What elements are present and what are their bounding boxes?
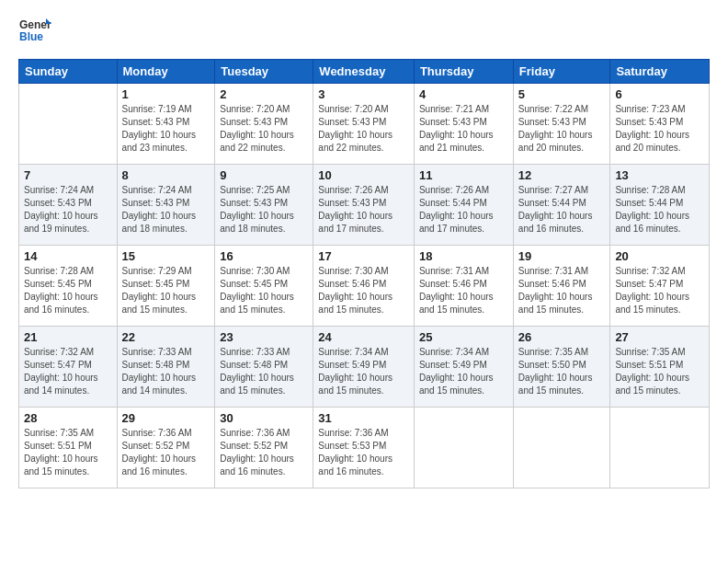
calendar-cell: 6Sunrise: 7:23 AM Sunset: 5:43 PM Daylig…: [610, 84, 710, 165]
day-info: Sunrise: 7:28 AM Sunset: 5:45 PM Dayligh…: [24, 265, 112, 316]
calendar-cell: 5Sunrise: 7:22 AM Sunset: 5:43 PM Daylig…: [513, 84, 610, 165]
day-number: 25: [419, 330, 508, 344]
calendar-cell: 26Sunrise: 7:35 AM Sunset: 5:50 PM Dayli…: [513, 327, 610, 408]
day-info: Sunrise: 7:25 AM Sunset: 5:43 PM Dayligh…: [220, 184, 308, 236]
day-info: Sunrise: 7:35 AM Sunset: 5:51 PM Dayligh…: [615, 346, 704, 397]
calendar-cell: 22Sunrise: 7:33 AM Sunset: 5:48 PM Dayli…: [117, 327, 215, 408]
day-number: 9: [220, 168, 308, 182]
page: General Blue SundayMondayTuesdayWednesda…: [0, 0, 728, 563]
calendar-cell: 14Sunrise: 7:28 AM Sunset: 5:45 PM Dayli…: [19, 246, 118, 327]
day-info: Sunrise: 7:19 AM Sunset: 5:43 PM Dayligh…: [122, 103, 210, 155]
day-info: Sunrise: 7:20 AM Sunset: 5:43 PM Dayligh…: [318, 103, 409, 155]
day-info: Sunrise: 7:20 AM Sunset: 5:43 PM Dayligh…: [220, 103, 308, 155]
week-row-4: 28Sunrise: 7:35 AM Sunset: 5:51 PM Dayli…: [19, 408, 710, 488]
weekday-header-tuesday: Tuesday: [215, 60, 313, 84]
calendar-cell: 24Sunrise: 7:34 AM Sunset: 5:49 PM Dayli…: [313, 327, 415, 408]
day-info: Sunrise: 7:35 AM Sunset: 5:51 PM Dayligh…: [24, 427, 112, 478]
day-info: Sunrise: 7:26 AM Sunset: 5:43 PM Dayligh…: [318, 184, 409, 236]
day-number: 15: [122, 249, 210, 263]
day-info: Sunrise: 7:34 AM Sunset: 5:49 PM Dayligh…: [419, 346, 508, 397]
day-number: 10: [318, 168, 409, 182]
calendar-cell: 13Sunrise: 7:28 AM Sunset: 5:44 PM Dayli…: [610, 165, 710, 246]
weekday-header-thursday: Thursday: [414, 60, 513, 84]
day-number: 13: [615, 168, 704, 182]
calendar-cell: 2Sunrise: 7:20 AM Sunset: 5:43 PM Daylig…: [215, 84, 313, 165]
weekday-header-sunday: Sunday: [19, 60, 118, 84]
day-number: 8: [122, 168, 210, 182]
calendar-cell: 20Sunrise: 7:32 AM Sunset: 5:47 PM Dayli…: [610, 246, 710, 327]
calendar-cell: 7Sunrise: 7:24 AM Sunset: 5:43 PM Daylig…: [19, 165, 118, 246]
day-number: 18: [419, 249, 508, 263]
weekday-header-saturday: Saturday: [610, 60, 710, 84]
day-info: Sunrise: 7:36 AM Sunset: 5:52 PM Dayligh…: [220, 427, 308, 478]
day-info: Sunrise: 7:26 AM Sunset: 5:44 PM Dayligh…: [419, 184, 508, 236]
calendar-cell: 15Sunrise: 7:29 AM Sunset: 5:45 PM Dayli…: [117, 246, 215, 327]
day-info: Sunrise: 7:24 AM Sunset: 5:43 PM Dayligh…: [122, 184, 210, 236]
day-info: Sunrise: 7:35 AM Sunset: 5:50 PM Dayligh…: [518, 346, 606, 397]
day-number: 26: [518, 330, 606, 344]
day-number: 14: [24, 249, 112, 263]
calendar-cell: [610, 408, 710, 488]
weekday-header-friday: Friday: [513, 60, 610, 84]
day-info: Sunrise: 7:23 AM Sunset: 5:43 PM Dayligh…: [615, 103, 704, 155]
calendar-cell: 1Sunrise: 7:19 AM Sunset: 5:43 PM Daylig…: [117, 84, 215, 165]
weekday-header-monday: Monday: [117, 60, 215, 84]
day-number: 5: [518, 87, 606, 101]
day-info: Sunrise: 7:32 AM Sunset: 5:47 PM Dayligh…: [615, 265, 704, 316]
day-number: 24: [318, 330, 409, 344]
weekday-header-wednesday: Wednesday: [313, 60, 415, 84]
day-info: Sunrise: 7:28 AM Sunset: 5:44 PM Dayligh…: [615, 184, 704, 236]
day-info: Sunrise: 7:36 AM Sunset: 5:53 PM Dayligh…: [318, 427, 409, 478]
logo: General Blue: [18, 15, 55, 48]
day-info: Sunrise: 7:30 AM Sunset: 5:45 PM Dayligh…: [220, 265, 308, 316]
calendar-cell: 12Sunrise: 7:27 AM Sunset: 5:44 PM Dayli…: [513, 165, 610, 246]
svg-text:Blue: Blue: [19, 30, 43, 43]
week-row-1: 7Sunrise: 7:24 AM Sunset: 5:43 PM Daylig…: [19, 165, 710, 246]
calendar-cell: 16Sunrise: 7:30 AM Sunset: 5:45 PM Dayli…: [215, 246, 313, 327]
day-number: 6: [615, 87, 704, 101]
day-number: 2: [220, 87, 308, 101]
header: General Blue: [18, 15, 710, 48]
day-info: Sunrise: 7:22 AM Sunset: 5:43 PM Dayligh…: [518, 103, 606, 155]
calendar-cell: 29Sunrise: 7:36 AM Sunset: 5:52 PM Dayli…: [117, 408, 215, 488]
day-info: Sunrise: 7:30 AM Sunset: 5:46 PM Dayligh…: [318, 265, 409, 316]
week-row-3: 21Sunrise: 7:32 AM Sunset: 5:47 PM Dayli…: [19, 327, 710, 408]
calendar-cell: 11Sunrise: 7:26 AM Sunset: 5:44 PM Dayli…: [414, 165, 513, 246]
calendar: SundayMondayTuesdayWednesdayThursdayFrid…: [18, 59, 710, 488]
day-info: Sunrise: 7:29 AM Sunset: 5:45 PM Dayligh…: [122, 265, 210, 316]
day-number: 31: [318, 411, 409, 425]
day-number: 4: [419, 87, 508, 101]
logo-svg: General Blue: [18, 15, 51, 48]
day-number: 11: [419, 168, 508, 182]
day-number: 19: [518, 249, 606, 263]
calendar-cell: 10Sunrise: 7:26 AM Sunset: 5:43 PM Dayli…: [313, 165, 415, 246]
day-info: Sunrise: 7:34 AM Sunset: 5:49 PM Dayligh…: [318, 346, 409, 397]
weekday-header-row: SundayMondayTuesdayWednesdayThursdayFrid…: [19, 60, 710, 84]
day-info: Sunrise: 7:24 AM Sunset: 5:43 PM Dayligh…: [24, 184, 112, 236]
calendar-cell: 18Sunrise: 7:31 AM Sunset: 5:46 PM Dayli…: [414, 246, 513, 327]
day-number: 20: [615, 249, 704, 263]
calendar-cell: 30Sunrise: 7:36 AM Sunset: 5:52 PM Dayli…: [215, 408, 313, 488]
calendar-cell: [513, 408, 610, 488]
day-number: 30: [220, 411, 308, 425]
day-number: 22: [122, 330, 210, 344]
calendar-cell: [19, 84, 118, 165]
day-info: Sunrise: 7:21 AM Sunset: 5:43 PM Dayligh…: [419, 103, 508, 155]
calendar-cell: 9Sunrise: 7:25 AM Sunset: 5:43 PM Daylig…: [215, 165, 313, 246]
calendar-cell: 31Sunrise: 7:36 AM Sunset: 5:53 PM Dayli…: [313, 408, 415, 488]
day-number: 12: [518, 168, 606, 182]
day-info: Sunrise: 7:31 AM Sunset: 5:46 PM Dayligh…: [419, 265, 508, 316]
calendar-cell: 25Sunrise: 7:34 AM Sunset: 5:49 PM Dayli…: [414, 327, 513, 408]
day-info: Sunrise: 7:33 AM Sunset: 5:48 PM Dayligh…: [220, 346, 308, 397]
day-number: 3: [318, 87, 409, 101]
calendar-cell: 19Sunrise: 7:31 AM Sunset: 5:46 PM Dayli…: [513, 246, 610, 327]
day-number: 17: [318, 249, 409, 263]
week-row-2: 14Sunrise: 7:28 AM Sunset: 5:45 PM Dayli…: [19, 246, 710, 327]
day-number: 28: [24, 411, 112, 425]
day-number: 16: [220, 249, 308, 263]
calendar-cell: 21Sunrise: 7:32 AM Sunset: 5:47 PM Dayli…: [19, 327, 118, 408]
day-number: 29: [122, 411, 210, 425]
calendar-cell: 3Sunrise: 7:20 AM Sunset: 5:43 PM Daylig…: [313, 84, 415, 165]
calendar-cell: 4Sunrise: 7:21 AM Sunset: 5:43 PM Daylig…: [414, 84, 513, 165]
calendar-cell: 28Sunrise: 7:35 AM Sunset: 5:51 PM Dayli…: [19, 408, 118, 488]
